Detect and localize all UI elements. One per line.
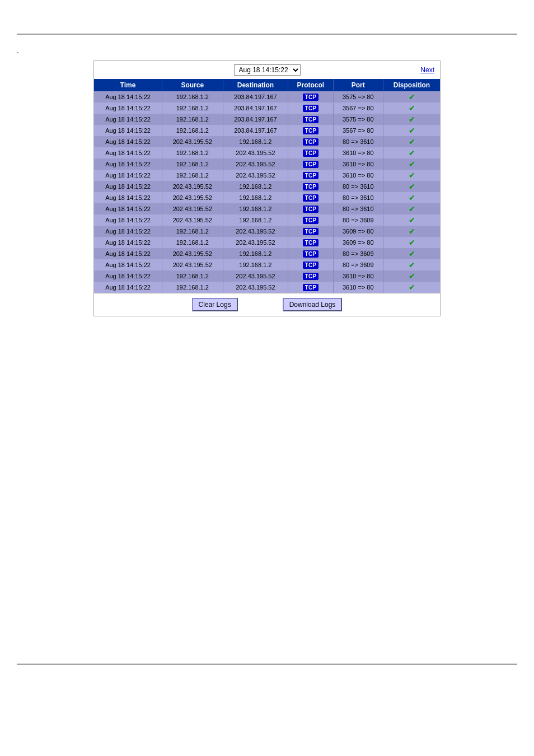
- cell-time: Aug 18 14:15:22: [94, 270, 162, 282]
- cell-disposition: ✔: [383, 147, 440, 158]
- cell-time: Aug 18 14:15:22: [94, 259, 162, 270]
- cell-port: 80 => 3610: [333, 181, 383, 192]
- cell-protocol: TCP: [288, 147, 333, 158]
- cell-source: 192.168.1.2: [162, 237, 223, 248]
- cell-source: 192.168.1.2: [162, 282, 223, 293]
- cell-time: Aug 18 14:15:22: [94, 147, 162, 158]
- checkmark-icon: ✔: [409, 216, 415, 225]
- cell-destination: 202.43.195.52: [223, 170, 288, 181]
- checkmark-icon: ✔: [409, 137, 415, 146]
- cell-protocol: TCP: [288, 237, 333, 248]
- cell-port: 80 => 3610: [333, 203, 383, 214]
- cell-time: Aug 18 14:15:22: [94, 125, 162, 136]
- cell-protocol: TCP: [288, 158, 333, 170]
- cell-disposition: ✔: [383, 192, 440, 203]
- download-logs-button[interactable]: Download Logs: [283, 298, 343, 311]
- footer-row: Clear Logs Download Logs: [94, 293, 440, 316]
- cell-source: 192.168.1.2: [162, 102, 223, 114]
- cell-protocol: TCP: [288, 114, 333, 125]
- cell-source: 192.168.1.2: [162, 170, 223, 181]
- cell-port: 80 => 3609: [333, 214, 383, 226]
- cell-time: Aug 18 14:15:22: [94, 91, 162, 102]
- log-table: Time Source Destination Protocol Port Di…: [94, 79, 440, 293]
- cell-protocol: TCP: [288, 125, 333, 136]
- tcp-badge: TCP: [303, 138, 318, 146]
- cell-port: 3567 => 80: [333, 125, 383, 136]
- cell-source: 202.43.195.52: [162, 181, 223, 192]
- cell-disposition: ✔: [383, 158, 440, 170]
- header-row: Time Source Destination Protocol Port Di…: [94, 79, 440, 91]
- col-disposition: Disposition: [383, 79, 440, 91]
- cell-destination: 203.84.197.167: [223, 125, 288, 136]
- cell-disposition: ✔: [383, 181, 440, 192]
- cell-protocol: TCP: [288, 136, 333, 147]
- table-row: Aug 18 14:15:22202.43.195.52192.168.1.2T…: [94, 214, 440, 226]
- table-row: Aug 18 14:15:22192.168.1.2202.43.195.52T…: [94, 170, 440, 181]
- checkmark-icon: ✔: [409, 227, 415, 236]
- cell-port: 3575 => 80: [333, 91, 383, 102]
- cell-disposition: ✔: [383, 91, 440, 102]
- cell-time: Aug 18 14:15:22: [94, 158, 162, 170]
- cell-source: 192.168.1.2: [162, 125, 223, 136]
- col-protocol: Protocol: [288, 79, 333, 91]
- tcp-badge: TCP: [303, 206, 318, 213]
- tcp-badge: TCP: [303, 239, 318, 246]
- checkmark-icon: ✔: [409, 272, 415, 281]
- checkmark-icon: ✔: [409, 283, 415, 292]
- cell-time: Aug 18 14:15:22: [94, 192, 162, 203]
- cell-source: 192.168.1.2: [162, 270, 223, 282]
- cell-destination: 202.43.195.52: [223, 282, 288, 293]
- cell-source: 202.43.195.52: [162, 214, 223, 226]
- datetime-select[interactable]: Aug 18 14:15:22: [234, 64, 301, 76]
- cell-protocol: TCP: [288, 214, 333, 226]
- tcp-badge: TCP: [303, 94, 318, 101]
- table-row: Aug 18 14:15:22192.168.1.2202.43.195.52T…: [94, 158, 440, 170]
- tcp-badge: TCP: [303, 194, 318, 202]
- cell-source: 192.168.1.2: [162, 147, 223, 158]
- tcp-badge: TCP: [303, 105, 318, 112]
- cell-destination: 203.84.197.167: [223, 91, 288, 102]
- next-link[interactable]: Next: [420, 66, 434, 74]
- col-destination: Destination: [223, 79, 288, 91]
- cell-source: 192.168.1.2: [162, 158, 223, 170]
- cell-port: 3610 => 80: [333, 170, 383, 181]
- checkmark-icon: ✔: [409, 249, 415, 258]
- cell-disposition: ✔: [383, 237, 440, 248]
- checkmark-icon: ✔: [409, 115, 415, 124]
- cell-disposition: ✔: [383, 259, 440, 270]
- tcp-badge: TCP: [303, 127, 318, 134]
- cell-destination: 192.168.1.2: [223, 136, 288, 147]
- cell-time: Aug 18 14:15:22: [94, 248, 162, 259]
- content-area: . Aug 18 14:15:22 Next Time Source Desti…: [0, 35, 534, 328]
- clear-logs-button[interactable]: Clear Logs: [192, 298, 238, 311]
- cell-disposition: ✔: [383, 270, 440, 282]
- cell-port: 80 => 3610: [333, 192, 383, 203]
- table-row: Aug 18 14:15:22192.168.1.2203.84.197.167…: [94, 102, 440, 114]
- col-source: Source: [162, 79, 223, 91]
- cell-destination: 202.43.195.52: [223, 147, 288, 158]
- tcp-badge: TCP: [303, 172, 318, 179]
- checkmark-icon: ✔: [409, 160, 415, 169]
- tcp-badge: TCP: [303, 161, 318, 168]
- cell-source: 192.168.1.2: [162, 226, 223, 237]
- table-row: Aug 18 14:15:22202.43.195.52192.168.1.2T…: [94, 136, 440, 147]
- tcp-badge: TCP: [303, 183, 318, 190]
- table-row: Aug 18 14:15:22202.43.195.52192.168.1.2T…: [94, 192, 440, 203]
- tcp-badge: TCP: [303, 217, 318, 224]
- cell-disposition: ✔: [383, 125, 440, 136]
- tcp-badge: TCP: [303, 284, 318, 291]
- checkmark-icon: ✔: [409, 148, 415, 157]
- tcp-badge: TCP: [303, 262, 318, 269]
- cell-port: 80 => 3609: [333, 259, 383, 270]
- cell-port: 3609 => 80: [333, 226, 383, 237]
- checkmark-icon: ✔: [409, 182, 415, 191]
- cell-protocol: TCP: [288, 282, 333, 293]
- cell-port: 3610 => 80: [333, 282, 383, 293]
- tcp-badge: TCP: [303, 273, 318, 280]
- cell-source: 202.43.195.52: [162, 248, 223, 259]
- cell-destination: 203.84.197.167: [223, 114, 288, 125]
- checkmark-icon: ✔: [409, 204, 415, 213]
- cell-protocol: TCP: [288, 203, 333, 214]
- dot-marker: .: [17, 46, 517, 55]
- cell-destination: 203.84.197.167: [223, 102, 288, 114]
